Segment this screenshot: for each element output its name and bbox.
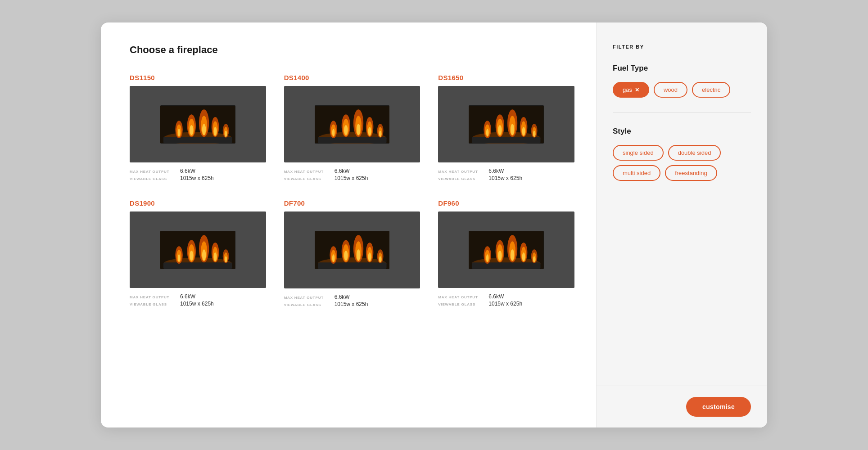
fireplace-grid: DS1150 MAX HEAT OUTPUT 6.6k: [130, 74, 574, 307]
app-container: Choose a fireplace DS1150: [101, 22, 767, 428]
svg-point-26: [344, 125, 348, 135]
fireplace-name: DS1650: [438, 74, 574, 81]
svg-point-32: [368, 127, 371, 135]
svg-point-71: [225, 256, 227, 262]
fireplace-name: DF960: [438, 199, 574, 207]
spec-row-heat: MAX HEAT OUTPUT 6.6kW: [438, 168, 574, 174]
svg-point-101: [511, 249, 514, 261]
fireplace-image-inner: [469, 231, 543, 269]
viewable-glass-value: 1015w x 625h: [180, 175, 214, 181]
svg-point-47: [511, 124, 514, 135]
max-heat-value: 6.6kW: [335, 168, 350, 174]
chip-close-icon[interactable]: ✕: [635, 87, 639, 93]
svg-point-8: [190, 125, 193, 135]
fireplace-specs: MAX HEAT OUTPUT 6.6kW VIEWABLE GLASS 101…: [284, 294, 420, 307]
svg-point-77: [332, 254, 335, 262]
max-heat-value: 6.6kW: [180, 293, 195, 300]
svg-point-59: [178, 254, 181, 262]
spec-row-glass: VIEWABLE GLASS 1015w x 625h: [438, 301, 574, 307]
max-heat-value: 6.6kW: [488, 168, 504, 174]
viewable-glass-value: 1015w x 625h: [335, 301, 368, 307]
svg-point-107: [533, 256, 536, 262]
max-heat-label: MAX HEAT OUTPUT: [284, 296, 329, 300]
viewable-glass-label: VIEWABLE GLASS: [438, 177, 483, 181]
fireplace-image: [284, 86, 420, 162]
svg-point-86: [368, 252, 371, 261]
svg-point-50: [522, 127, 525, 135]
spec-row-glass: VIEWABLE GLASS 1015w x 625h: [130, 175, 266, 181]
fireplace-specs: MAX HEAT OUTPUT 6.6kW VIEWABLE GLASS 101…: [438, 293, 574, 307]
fireplace-specs: MAX HEAT OUTPUT 6.6kW VIEWABLE GLASS 101…: [130, 293, 266, 307]
max-heat-label: MAX HEAT OUTPUT: [130, 170, 175, 174]
max-heat-label: MAX HEAT OUTPUT: [438, 295, 483, 299]
fireplace-image: [130, 86, 266, 162]
customise-button[interactable]: customise: [686, 397, 751, 417]
svg-point-44: [498, 125, 502, 135]
style-chip-multi-sided[interactable]: multi sided: [613, 165, 660, 181]
sidebar: FILTER BY Fuel Type gas✕woodelectric Sty…: [596, 22, 767, 428]
viewable-glass-label: VIEWABLE GLASS: [284, 177, 329, 181]
style-chips: single sideddouble sidedmulti sidedfrees…: [613, 145, 751, 181]
svg-rect-20: [318, 137, 387, 143]
viewable-glass-label: VIEWABLE GLASS: [130, 302, 175, 306]
viewable-glass-value: 1015w x 625h: [488, 175, 522, 181]
svg-rect-38: [472, 137, 541, 143]
fireplace-name: DS1150: [130, 74, 266, 81]
fuel-type-section: Fuel Type gas✕woodelectric: [613, 64, 751, 98]
sidebar-content: FILTER BY Fuel Type gas✕woodelectric Sty…: [597, 22, 767, 386]
divider: [613, 112, 751, 112]
svg-point-53: [533, 130, 536, 137]
svg-point-23: [332, 129, 335, 136]
fuel-chip-gas[interactable]: gas✕: [613, 82, 649, 98]
fireplace-card-ds1150[interactable]: DS1150 MAX HEAT OUTPUT 6.6k: [130, 74, 266, 181]
fuel-chip-electric[interactable]: electric: [692, 82, 730, 98]
fireplace-image: [284, 212, 420, 288]
style-title: Style: [613, 127, 751, 136]
spec-row-heat: MAX HEAT OUTPUT 6.6kW: [284, 168, 420, 174]
spec-row-heat: MAX HEAT OUTPUT 6.6kW: [130, 293, 266, 300]
max-heat-value: 6.6kW: [488, 293, 504, 300]
fireplace-image-inner: [315, 231, 389, 269]
max-heat-value: 6.6kW: [180, 168, 195, 174]
max-heat-label: MAX HEAT OUTPUT: [438, 170, 483, 174]
fuel-chip-wood[interactable]: wood: [654, 82, 687, 98]
svg-point-68: [214, 252, 217, 261]
fireplace-name: DS1400: [284, 74, 420, 81]
viewable-glass-label: VIEWABLE GLASS: [130, 177, 175, 181]
svg-point-17: [225, 130, 227, 137]
fireplace-image-inner: [315, 105, 389, 144]
svg-point-29: [357, 124, 360, 135]
style-chip-freestanding[interactable]: freestanding: [665, 165, 717, 181]
spec-row-glass: VIEWABLE GLASS 1015w x 625h: [284, 301, 420, 307]
viewable-glass-value: 1015w x 625h: [335, 175, 368, 181]
svg-rect-92: [472, 262, 541, 269]
fireplace-card-df960[interactable]: DF960 MAX HEAT OUTPUT 6.6kW: [438, 199, 574, 307]
viewable-glass-value: 1015w x 625h: [488, 301, 522, 307]
fuel-chips: gas✕woodelectric: [613, 82, 751, 98]
max-heat-value: 6.6kW: [335, 294, 350, 300]
svg-point-98: [498, 251, 502, 261]
svg-point-65: [202, 249, 206, 261]
svg-point-14: [214, 127, 217, 135]
svg-point-62: [190, 251, 193, 261]
svg-point-41: [486, 129, 489, 136]
fireplace-card-df700[interactable]: DF700 MAX HEAT OUTPUT 6.6kW: [284, 199, 420, 307]
fireplace-specs: MAX HEAT OUTPUT 6.6kW VIEWABLE GLASS 101…: [438, 168, 574, 181]
fireplace-name: DS1900: [130, 199, 266, 207]
main-content: Choose a fireplace DS1150: [101, 22, 596, 428]
fireplace-image-inner: [160, 105, 235, 144]
style-chip-double-sided[interactable]: double sided: [668, 145, 721, 161]
style-chip-single-sided[interactable]: single sided: [613, 145, 664, 161]
fireplace-card-ds1900[interactable]: DS1900 MAX HEAT OUTPUT 6.6k: [130, 199, 266, 307]
max-heat-label: MAX HEAT OUTPUT: [284, 170, 329, 174]
fireplace-image: [130, 212, 266, 288]
svg-point-80: [344, 251, 348, 261]
fireplace-card-ds1650[interactable]: DS1650 MAX HEAT OUTPUT 6.6k: [438, 74, 574, 181]
filter-by-label: FILTER BY: [613, 44, 751, 50]
svg-point-83: [357, 249, 360, 261]
svg-point-5: [178, 129, 181, 136]
page-title: Choose a fireplace: [130, 44, 574, 56]
svg-point-89: [379, 256, 382, 262]
spec-row-heat: MAX HEAT OUTPUT 6.6kW: [130, 168, 266, 174]
fireplace-card-ds1400[interactable]: DS1400 MAX HEAT OUTPUT 6.6k: [284, 74, 420, 181]
